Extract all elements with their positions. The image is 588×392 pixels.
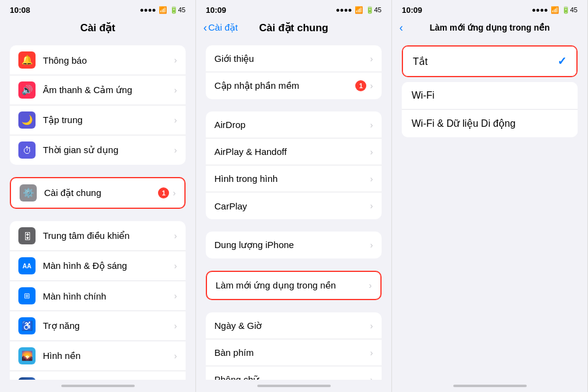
status-time-3: 10:09 (402, 6, 422, 15)
row-gioi-thieu[interactable]: Giới thiệu › (206, 45, 382, 72)
home-bar-3 (453, 385, 527, 387)
row-thong-bao[interactable]: 🔔 Thông báo › (10, 45, 186, 75)
row-ban-phim[interactable]: Bàn phím › (206, 339, 382, 366)
status-bar-1: 10:08 ●●●● 📶 🔋45 (0, 0, 195, 17)
chevron-trung-tam: › (174, 231, 177, 241)
back-arrow-2: ‹ (203, 21, 207, 34)
icon-man-hinh-chinh: ⊞ (18, 287, 36, 304)
highlighted-lam-moi[interactable]: Làm mới ứng dụng trong nền › (206, 271, 382, 300)
home-indicator-2 (196, 380, 391, 392)
battery-icon-1: 🔋45 (170, 6, 186, 14)
row-phong-chu[interactable]: Phông chữ › (206, 366, 382, 380)
badge-cai-dat-chung: 1 (158, 187, 169, 198)
option-row-wifi[interactable]: Wi-Fi (402, 82, 578, 110)
label-dung-luong: Dung lượng iPhone (214, 239, 370, 251)
row-tap-trung[interactable]: 🌙 Tập trung › (10, 105, 186, 135)
label-cai-dat-chung: Cài đặt chung (44, 187, 158, 198)
icon-man-hinh-do-sang: AA (18, 257, 36, 274)
row-tro-nang[interactable]: ♿ Trợ năng › (10, 311, 186, 341)
chevron-ban-phim: › (370, 348, 373, 358)
label-gioi-thieu: Giới thiệu (214, 53, 370, 64)
icon-am-thanh: 🔊 (18, 81, 36, 99)
row-cap-nhat[interactable]: Cập nhật phần mềm 1 › (206, 72, 382, 99)
group-airdrop: AirDrop › AirPlay & Handoff › Hình trong… (206, 111, 382, 219)
badge-cap-nhat: 1 (355, 80, 366, 91)
chevron-lam-moi: › (369, 281, 372, 290)
chevron-ngay-gio: › (370, 321, 373, 331)
row-hinh-nen[interactable]: 🌄 Hình nền › (10, 341, 186, 371)
status-bar-2: 10:09 ●●●● 📶 🔋45 (196, 0, 391, 17)
row-dung-luong[interactable]: Dung lượng iPhone › (206, 232, 382, 258)
highlighted-cai-dat-chung[interactable]: ⚙️ Cài đặt chung 1 › (10, 177, 186, 209)
right-thoi-gian: › (174, 145, 177, 155)
row-hinh-trong-hinh[interactable]: Hình trong hình › (206, 165, 382, 192)
chevron-dung-luong: › (370, 240, 373, 250)
label-man-hinh-chinh: Màn hình chính (43, 291, 174, 301)
chevron-man-hinh-chinh: › (174, 291, 177, 301)
row-man-hinh-chinh[interactable]: ⊞ Màn hình chính › (10, 281, 186, 311)
chevron-tro-nang: › (174, 321, 177, 331)
panel3-content: Tắt ✓ Wi-Fi Wi-Fi & Dữ liệu Di động (392, 40, 587, 380)
option-label-tat: Tắt (413, 56, 557, 67)
label-phong-chu: Phông chữ (214, 374, 370, 380)
home-indicator-3 (392, 380, 587, 392)
row-siri[interactable]: 🎙 Siri & Tìm kiếm › (10, 371, 186, 380)
nav-title-3: Làm mới ứng dụng trong nền (429, 23, 549, 32)
row-airdrop[interactable]: AirDrop › (206, 111, 382, 138)
option-row-wifi-du-lieu[interactable]: Wi-Fi & Dữ liệu Di động (402, 110, 578, 137)
chevron-tap-trung: › (174, 115, 177, 125)
icon-thong-bao: 🔔 (18, 51, 36, 69)
settings-group-notifications: 🔔 Thông báo › 🔊 Âm thanh & Cảm ứng › 🌙 T… (10, 45, 186, 165)
nav-back-label-2[interactable]: Cài đặt (208, 22, 238, 33)
icon-cai-dat-chung: ⚙️ (20, 184, 37, 202)
label-airdrop: AirDrop (214, 119, 370, 130)
status-bar-3: 10:09 ●●●● 📶 🔋45 (392, 0, 587, 17)
signal-icon-1: ●●●● (140, 6, 156, 13)
label-tap-trung: Tập trung (43, 115, 174, 126)
right-cap-nhat: 1 › (355, 80, 373, 91)
status-icons-3: ●●●● 📶 🔋45 (532, 6, 578, 14)
selected-option-tat[interactable]: Tắt ✓ (402, 45, 578, 77)
nav-bar-3: ‹ Làm mới ứng dụng trong nền (392, 17, 587, 40)
row-ngay-gio[interactable]: Ngày & Giờ › (206, 312, 382, 339)
row-cai-dat-chung[interactable]: ⚙️ Cài đặt chung 1 › (11, 178, 184, 208)
row-airplay[interactable]: AirPlay & Handoff › (206, 138, 382, 165)
home-indicator-1 (0, 380, 195, 392)
row-man-hinh-do-sang[interactable]: AA Màn hình & Độ sáng › (10, 251, 186, 281)
label-man-hinh-do-sang: Màn hình & Độ sáng (43, 260, 174, 271)
wifi-icon-3: 📶 (551, 6, 559, 14)
right-cai-dat-chung: 1 › (158, 187, 176, 198)
nav-back-3[interactable]: ‹ (399, 21, 403, 34)
label-thoi-gian: Thời gian sử dụng (43, 145, 174, 156)
row-thoi-gian[interactable]: ⏱ Thời gian sử dụng › (10, 135, 186, 165)
label-ban-phim: Bàn phím (214, 347, 370, 358)
chevron-airdrop: › (370, 120, 373, 130)
panel-lam-moi: 10:09 ●●●● 📶 🔋45 ‹ Làm mới ứng dụng tron… (392, 0, 588, 392)
chevron-gioi-thieu: › (370, 54, 373, 64)
icon-tro-nang: ♿ (18, 317, 36, 334)
row-carplay[interactable]: CarPlay › (206, 192, 382, 219)
row-lam-moi[interactable]: Làm mới ứng dụng trong nền › (207, 272, 380, 299)
label-tro-nang: Trợ năng (43, 320, 174, 331)
option-label-wifi: Wi-Fi (412, 90, 568, 101)
battery-icon-2: 🔋45 (366, 6, 382, 14)
group-dung-luong: Dung lượng iPhone › (206, 232, 382, 258)
chevron-hinh-trong-hinh: › (370, 174, 373, 184)
row-trung-tam[interactable]: 🎛 Trung tâm điều khiển › (10, 221, 186, 251)
icon-thoi-gian: ⏱ (18, 141, 36, 159)
nav-back-2[interactable]: ‹ Cài đặt (203, 21, 238, 34)
status-icons-2: ●●●● 📶 🔋45 (336, 6, 382, 14)
row-am-thanh[interactable]: 🔊 Âm thanh & Cảm ứng › (10, 75, 186, 105)
chevron-phong-chu: › (370, 375, 373, 380)
chevron-thoi-gian: › (174, 145, 177, 155)
label-cap-nhat: Cập nhật phần mềm (214, 80, 355, 91)
wifi-icon-2: 📶 (355, 6, 363, 14)
icon-siri: 🎙 (18, 377, 36, 380)
group-intro: Giới thiệu › Cập nhật phần mềm 1 › (206, 45, 382, 99)
icon-hinh-nen: 🌄 (18, 347, 36, 364)
nav-title-1: Cài đặt (80, 21, 115, 34)
option-row-tat[interactable]: Tắt ✓ (403, 47, 576, 76)
icon-trung-tam: 🎛 (18, 227, 36, 244)
panel-settings: 10:08 ●●●● 📶 🔋45 Cài đặt 🔔 Thông báo › 🔊… (0, 0, 196, 392)
label-carplay: CarPlay (214, 201, 370, 211)
